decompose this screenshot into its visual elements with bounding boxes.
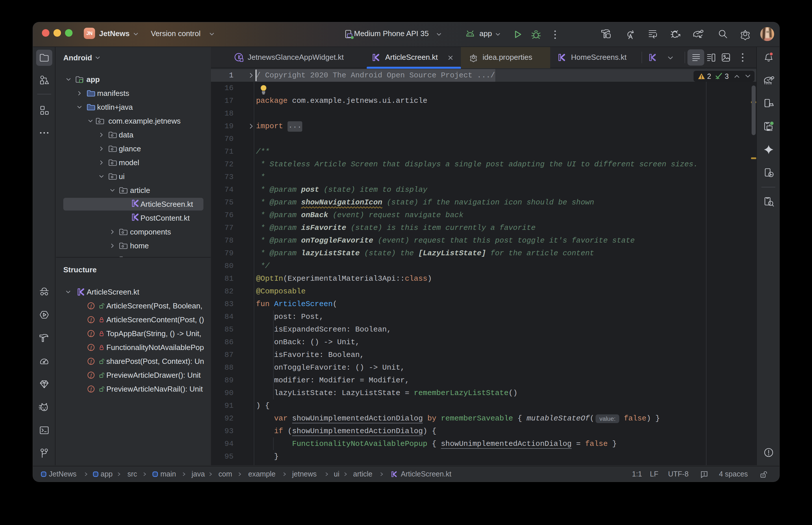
svg-text:f: f: [90, 359, 92, 364]
svg-text:f: f: [90, 317, 92, 322]
svg-text:f: f: [90, 303, 92, 309]
svg-text:f: f: [90, 345, 92, 350]
svg-text:f: f: [90, 386, 92, 392]
svg-text:f: f: [90, 331, 92, 336]
svg-text:f: f: [90, 373, 92, 378]
